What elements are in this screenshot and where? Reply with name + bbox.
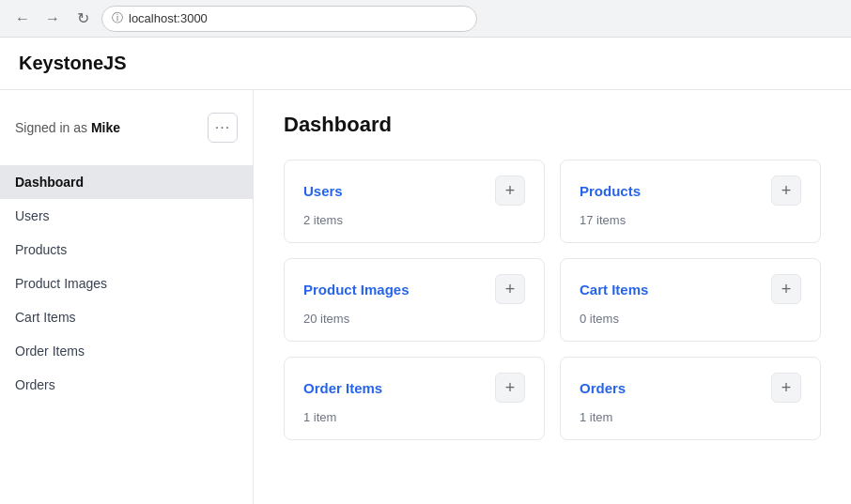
forward-button[interactable]: → xyxy=(41,8,64,30)
sidebar-item-orders[interactable]: Orders xyxy=(0,368,253,402)
card-orders-count: 1 item xyxy=(580,410,801,424)
app-logo: KeystoneJS xyxy=(19,53,127,74)
card-users-header: Users + xyxy=(303,176,525,206)
card-order-items-count: 1 item xyxy=(303,410,525,424)
lock-icon: ⓘ xyxy=(112,10,123,26)
sidebar-item-order-items[interactable]: Order Items xyxy=(0,334,253,368)
card-cart-items-count: 0 items xyxy=(580,312,801,326)
back-button[interactable]: ← xyxy=(11,8,34,30)
page-title: Dashboard xyxy=(284,113,821,137)
card-products-add-button[interactable]: + xyxy=(771,176,801,206)
card-orders-add-button[interactable]: + xyxy=(771,373,801,403)
card-cart-items: Cart Items + 0 items xyxy=(560,258,821,342)
url-text: localhost:3000 xyxy=(129,11,208,25)
sidebar-item-users[interactable]: Users xyxy=(0,199,253,233)
card-products: Products + 17 items xyxy=(560,160,821,243)
card-order-items-header: Order Items + xyxy=(303,373,525,403)
browser-chrome: ← → ↻ ⓘ localhost:3000 xyxy=(0,0,851,38)
app-body: Signed in as Mike ··· Dashboard Users Pr… xyxy=(0,90,851,504)
card-users-link[interactable]: Users xyxy=(303,183,343,199)
card-cart-items-header: Cart Items + xyxy=(580,274,801,304)
sidebar-menu-button[interactable]: ··· xyxy=(208,113,238,143)
card-products-link[interactable]: Products xyxy=(580,183,641,199)
card-products-count: 17 items xyxy=(580,213,801,227)
card-product-images: Product Images + 20 items xyxy=(284,258,545,342)
card-users-add-button[interactable]: + xyxy=(495,176,525,206)
card-products-header: Products + xyxy=(580,176,801,206)
card-users: Users + 2 items xyxy=(284,160,545,243)
card-order-items-link[interactable]: Order Items xyxy=(303,380,382,396)
app-header: KeystoneJS xyxy=(0,38,851,90)
sidebar-nav: Dashboard Users Products Product Images … xyxy=(0,165,253,402)
card-order-items-add-button[interactable]: + xyxy=(495,373,525,403)
sidebar-user-section: Signed in as Mike ··· xyxy=(0,105,253,158)
card-product-images-count: 20 items xyxy=(303,312,525,326)
card-order-items: Order Items + 1 item xyxy=(284,357,545,440)
main-content: Dashboard Users + 2 items Products + xyxy=(254,90,851,504)
card-users-count: 2 items xyxy=(303,213,525,227)
sidebar-item-product-images[interactable]: Product Images xyxy=(0,267,253,300)
sidebar-item-cart-items[interactable]: Cart Items xyxy=(0,300,253,334)
card-product-images-link[interactable]: Product Images xyxy=(303,282,410,298)
sidebar-item-products[interactable]: Products xyxy=(0,233,253,267)
card-product-images-header: Product Images + xyxy=(303,274,525,304)
sidebar: Signed in as Mike ··· Dashboard Users Pr… xyxy=(0,90,254,504)
card-orders-link[interactable]: Orders xyxy=(580,380,626,396)
address-bar[interactable]: ⓘ localhost:3000 xyxy=(101,6,477,32)
card-orders: Orders + 1 item xyxy=(560,357,821,440)
card-cart-items-link[interactable]: Cart Items xyxy=(580,282,648,298)
username: Mike xyxy=(91,120,120,135)
signed-in-text: Signed in as Mike xyxy=(15,120,120,135)
card-product-images-add-button[interactable]: + xyxy=(495,274,525,304)
card-orders-header: Orders + xyxy=(580,373,801,403)
reload-button[interactable]: ↻ xyxy=(71,8,94,30)
card-cart-items-add-button[interactable]: + xyxy=(771,274,801,304)
sidebar-item-dashboard[interactable]: Dashboard xyxy=(0,165,253,199)
dashboard-grid: Users + 2 items Products + 17 items xyxy=(284,160,821,440)
app-container: KeystoneJS Signed in as Mike ··· Dashboa… xyxy=(0,38,851,504)
